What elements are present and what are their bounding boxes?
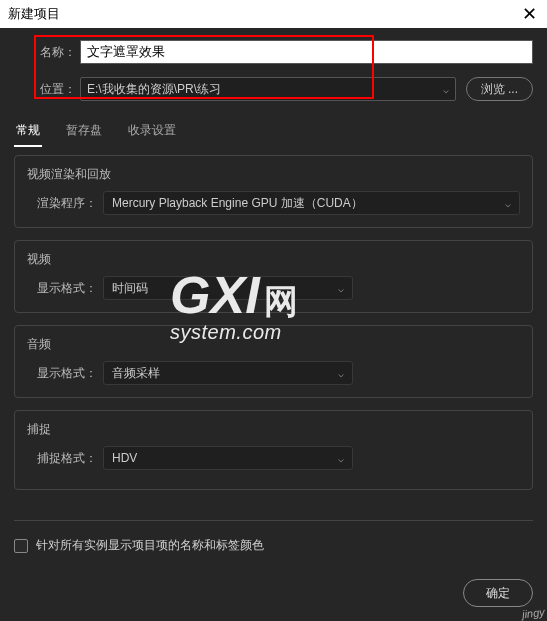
renderer-label: 渲染程序：	[27, 195, 97, 212]
tab-general[interactable]: 常规	[14, 118, 42, 147]
audio-title: 音频	[27, 336, 520, 353]
browse-button[interactable]: 浏览 ...	[466, 77, 533, 101]
renderer-select[interactable]: Mercury Playback Engine GPU 加速（CUDA） ⌵	[103, 191, 520, 215]
location-label: 位置：	[14, 81, 80, 98]
chevron-down-icon: ⌵	[338, 453, 344, 464]
window-title: 新建项目	[8, 5, 60, 23]
video-format-value: 时间码	[112, 280, 148, 297]
checkbox-label: 针对所有实例显示项目项的名称和标签颜色	[36, 537, 264, 554]
general-panel: 视频渲染和回放 渲染程序： Mercury Playback Engine GP…	[0, 147, 547, 510]
capture-format-label: 捕捉格式：	[27, 450, 97, 467]
video-title: 视频	[27, 251, 520, 268]
location-row: 位置： E:\我收集的资源\PR\练习 ⌵ 浏览 ...	[14, 77, 533, 101]
instance-color-checkbox-row[interactable]: 针对所有实例显示项目项的名称和标签颜色	[0, 531, 547, 560]
video-group: 视频 显示格式： 时间码 ⌵	[14, 240, 533, 313]
name-label: 名称：	[14, 44, 80, 61]
location-value: E:\我收集的资源\PR\练习	[87, 81, 221, 98]
close-icon[interactable]: ✕	[519, 3, 539, 25]
name-row: 名称：	[14, 40, 533, 64]
dialog-footer: 确定	[463, 579, 533, 607]
chevron-down-icon: ⌵	[338, 368, 344, 379]
project-name-input[interactable]	[80, 40, 533, 64]
tab-ingest[interactable]: 收录设置	[126, 118, 178, 147]
audio-format-select[interactable]: 音频采样 ⌵	[103, 361, 353, 385]
audio-format-value: 音频采样	[112, 365, 160, 382]
capture-title: 捕捉	[27, 421, 520, 438]
capture-group: 捕捉 捕捉格式： HDV ⌵	[14, 410, 533, 490]
divider	[14, 520, 533, 521]
renderer-value: Mercury Playback Engine GPU 加速（CUDA）	[112, 195, 363, 212]
video-format-label: 显示格式：	[27, 280, 97, 297]
capture-format-value: HDV	[112, 451, 137, 465]
audio-format-label: 显示格式：	[27, 365, 97, 382]
chevron-down-icon: ⌵	[338, 283, 344, 294]
video-render-group: 视频渲染和回放 渲染程序： Mercury Playback Engine GP…	[14, 155, 533, 228]
chevron-down-icon: ⌵	[505, 198, 511, 209]
checkbox-icon[interactable]	[14, 539, 28, 553]
ok-button[interactable]: 确定	[463, 579, 533, 607]
chevron-down-icon: ⌵	[443, 84, 449, 95]
project-location-select[interactable]: E:\我收集的资源\PR\练习 ⌵	[80, 77, 456, 101]
video-format-select[interactable]: 时间码 ⌵	[103, 276, 353, 300]
capture-format-select[interactable]: HDV ⌵	[103, 446, 353, 470]
tabs-bar: 常规 暂存盘 收录设置	[0, 114, 547, 147]
corner-watermark: jingy	[522, 606, 546, 620]
video-render-title: 视频渲染和回放	[27, 166, 520, 183]
tab-scratch[interactable]: 暂存盘	[64, 118, 104, 147]
audio-group: 音频 显示格式： 音频采样 ⌵	[14, 325, 533, 398]
window-titlebar: 新建项目 ✕	[0, 0, 547, 28]
